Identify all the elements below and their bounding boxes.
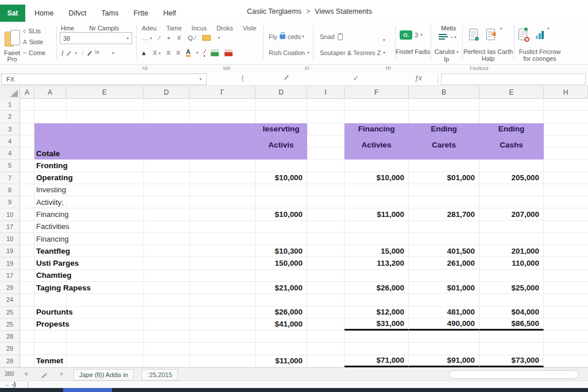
cell-value-b[interactable]: $01,000 [409,282,479,294]
slash-icon[interactable]: ∕ [159,34,160,41]
cell[interactable] [544,196,588,208]
chevron-down-icon[interactable]: ▾ [112,51,114,56]
cell-row-label[interactable] [34,343,256,355]
cell-value-e[interactable] [479,111,544,123]
row-number[interactable]: 8 [0,184,20,196]
clipboard-action-come[interactable]: ~Come [23,49,45,56]
cell-value-d[interactable] [256,233,307,245]
sheet-tab-active[interactable]: Jape (fi)) Addis in [74,369,134,381]
cell-row-label[interactable] [34,331,256,343]
enter-icon[interactable]: ✓ [353,74,359,82]
cell-value-d[interactable] [256,343,307,355]
cell[interactable] [307,221,345,233]
cell-row-label[interactable]: Fronting [34,160,256,172]
document-alert-icon[interactable] [486,29,495,40]
fly-ceds-button[interactable]: Fly ceds▾ [269,33,304,40]
cell-row-label[interactable]: Chamtieg [34,270,256,282]
cell[interactable] [544,245,588,257]
row-number[interactable]: 24 [0,294,20,306]
column-header-10[interactable]: E [479,86,544,99]
cell[interactable] [20,184,34,196]
cell[interactable] [307,331,345,343]
cell-value-e[interactable]: 205,000 [479,172,544,184]
cell[interactable] [544,111,588,123]
cell[interactable] [20,208,34,220]
cell-value-f[interactable] [345,331,409,343]
cell[interactable] [20,160,34,172]
cell[interactable] [307,233,345,245]
prev-sheet-button[interactable]: < [25,371,28,377]
search-icon[interactable]: Q ∕ [188,34,195,41]
chevron-down-icon[interactable]: ▾ [547,26,550,31]
plus-icon[interactable]: + [167,34,170,41]
cell-row-label[interactable]: Factivities [34,221,256,233]
italic-button[interactable]: I [61,49,63,57]
cell[interactable] [20,111,34,123]
cell-value-b[interactable]: Ending [409,123,479,135]
fill-folder-icon[interactable] [202,35,211,41]
cell-value-f[interactable]: Financing [345,123,409,135]
row-number[interactable]: 17 [0,270,20,282]
cell-value-f[interactable]: $71,000 [345,355,409,367]
row-number[interactable]: 5 [0,160,20,172]
cell[interactable] [20,294,34,306]
row-number[interactable]: 28 [0,355,20,367]
cell[interactable] [544,319,588,331]
cell[interactable] [20,99,34,111]
cell-value-f[interactable]: $10,000 [345,172,409,184]
cell-value-d[interactable] [256,160,307,172]
cell[interactable] [307,282,345,294]
status-nav-arrows[interactable]: ← -) [5,381,16,387]
cell-value-b[interactable]: 401,500 [409,245,479,257]
next-sheet-button[interactable]: > [60,371,63,377]
cell-value-d[interactable] [256,270,307,282]
cell[interactable] [20,196,34,208]
cell-value-d[interactable]: $10,300 [256,245,307,257]
cell[interactable] [20,123,34,135]
cell-value-f[interactable]: 113,200 [345,257,409,269]
cell-value-d[interactable] [256,221,307,233]
menu-item-tams[interactable]: Tams [102,9,119,17]
column-header-7[interactable]: I [307,86,345,99]
row-number[interactable]: 19 [0,257,20,269]
menu-item-difvct[interactable]: Difvct [68,9,86,17]
cell[interactable] [544,282,588,294]
column-header-11[interactable]: H [544,86,588,99]
cell-value-e[interactable] [479,233,544,245]
cell[interactable] [20,355,34,367]
cell-value-f[interactable]: $12,000 [345,306,409,319]
chart-green-icon[interactable] [211,49,219,56]
row-number[interactable]: 4 [0,135,20,148]
cell[interactable] [20,135,34,148]
row-number[interactable]: 2 [0,111,20,123]
column-header-6[interactable]: D [256,86,307,99]
row-number[interactable]: 4 [0,148,20,160]
cell-value-f[interactable] [345,111,409,123]
row-number[interactable]: 3 [0,123,20,135]
cell-value-b[interactable] [409,221,479,233]
cell-value-b[interactable] [409,294,479,306]
cell-value-b[interactable] [409,270,479,282]
row-number[interactable]: 10 [0,208,20,220]
cell[interactable] [544,355,588,367]
cell-row-label[interactable]: Activiity; [34,196,256,208]
cell-value-d[interactable] [256,294,307,306]
cell-value-d[interactable] [256,196,307,208]
chevron-down-icon[interactable]: ▾ [196,51,199,55]
cell[interactable] [307,111,345,123]
sheet-tab[interactable]: :25,2015 [142,369,178,381]
cell-value-d[interactable]: $11,000 [256,355,307,367]
align-left-icon[interactable]: ≡ [167,49,171,57]
rish-coatlon-button[interactable]: Rish Coatlon▾ [269,49,310,56]
cell-value-d[interactable] [256,99,307,111]
carulot-label[interactable]: Carulot ▾ Ip [431,48,462,63]
cell-value-f[interactable] [345,343,409,355]
cell[interactable] [307,257,345,269]
hash-icon[interactable]: # [177,34,181,41]
cell-value-d[interactable]: Ieservting [256,123,307,135]
cell-value-d[interactable] [256,184,307,196]
cell[interactable] [544,208,588,220]
font-size-select[interactable]: 38▾ [60,32,132,44]
cell-value-d[interactable] [256,331,307,343]
row-number[interactable]: 19 [0,245,20,257]
